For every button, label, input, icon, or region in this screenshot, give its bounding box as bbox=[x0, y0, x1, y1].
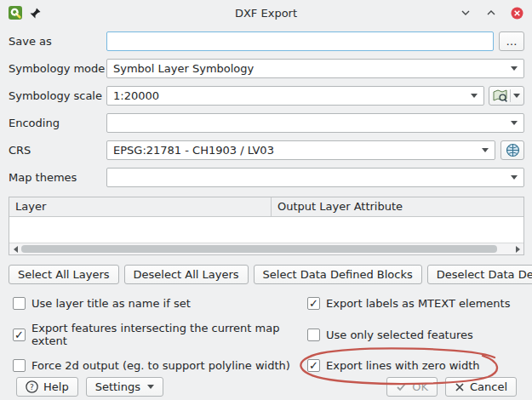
checkbox-box[interactable] bbox=[13, 359, 26, 372]
encoding-select[interactable] bbox=[106, 113, 524, 133]
checkbox-export-labels-mtext[interactable]: Export labels as MTEXT elements bbox=[307, 297, 524, 310]
map-themes-row: Map themes bbox=[9, 168, 524, 187]
symbology-mode-row: Symbology mode Symbol Layer Symbology bbox=[9, 59, 524, 78]
encoding-label: Encoding bbox=[9, 117, 106, 129]
select-data-defined-blocks-button[interactable]: Select Data Defined Blocks bbox=[254, 265, 422, 284]
map-themes-label: Map themes bbox=[9, 171, 106, 184]
settings-button[interactable]: Settings bbox=[86, 377, 163, 397]
cancel-x-icon bbox=[455, 382, 465, 392]
map-themes-select[interactable] bbox=[106, 168, 524, 187]
chevron-down-icon bbox=[511, 121, 518, 125]
checkbox-force-2d-output[interactable]: Force 2d output (eg. to support polyline… bbox=[13, 359, 307, 372]
minimize-icon[interactable] bbox=[459, 6, 472, 20]
crs-picker-button[interactable] bbox=[501, 140, 524, 160]
checkbox-box[interactable] bbox=[13, 297, 26, 310]
checkbox-export-lines-zero-width[interactable]: Export lines with zero width bbox=[307, 359, 524, 372]
checkbox-label: Export features intersecting the current… bbox=[31, 322, 307, 347]
options-grid: Use layer title as name if set Export la… bbox=[13, 297, 524, 372]
browse-button[interactable]: … bbox=[499, 31, 524, 51]
chevron-down-icon bbox=[482, 148, 489, 152]
chevron-down-icon bbox=[511, 175, 518, 180]
svg-text:?: ? bbox=[30, 383, 34, 391]
crs-label: CRS bbox=[9, 144, 106, 157]
checkbox-label: Use only selected features bbox=[326, 329, 473, 341]
select-all-layers-button[interactable]: Select All Layers bbox=[9, 265, 119, 284]
titlebar[interactable]: DXF Export bbox=[0, 0, 532, 26]
checkbox-box[interactable] bbox=[13, 329, 26, 341]
check-icon bbox=[396, 381, 407, 392]
scale-from-canvas-button[interactable] bbox=[489, 86, 524, 106]
crs-row: CRS EPSG:21781 - CH1903 / LV03 bbox=[9, 140, 524, 160]
chevron-down-icon bbox=[471, 94, 478, 98]
save-as-input[interactable] bbox=[106, 31, 494, 51]
triangle-right-icon bbox=[516, 246, 520, 253]
crs-select[interactable]: EPSG:21781 - CH1903 / LV03 bbox=[106, 140, 495, 160]
deselect-data-defined-blocks-button[interactable]: Deselect Data Defined Blocks bbox=[427, 265, 532, 284]
checkbox-use-only-selected[interactable]: Use only selected features bbox=[307, 322, 524, 347]
checkbox-label: Use layer title as name if set bbox=[31, 297, 191, 310]
dxf-export-dialog: DXF Export bbox=[0, 0, 532, 400]
maximize-icon[interactable] bbox=[484, 6, 498, 20]
symbology-mode-label: Symbology mode bbox=[9, 62, 106, 75]
qgis-logo-icon bbox=[9, 6, 22, 20]
settings-label: Settings bbox=[95, 380, 140, 393]
layers-table: Layer Output Layer Attribute bbox=[9, 197, 524, 255]
pin-icon[interactable] bbox=[28, 6, 42, 20]
divider bbox=[510, 89, 511, 102]
symbology-scale-label: Symbology scale bbox=[9, 89, 106, 102]
checkbox-label: Export labels as MTEXT elements bbox=[326, 297, 510, 310]
cancel-label: Cancel bbox=[470, 380, 507, 393]
checkbox-export-intersecting-extent[interactable]: Export features intersecting the current… bbox=[13, 322, 307, 347]
checkbox-use-layer-title[interactable]: Use layer title as name if set bbox=[13, 297, 307, 310]
horizontal-scrollbar[interactable] bbox=[9, 243, 523, 254]
encoding-row: Encoding bbox=[9, 113, 524, 133]
chevron-down-icon bbox=[511, 66, 518, 71]
triangle-left-icon bbox=[14, 246, 18, 253]
dialog-footer: ? Help Settings OK Cancel bbox=[9, 372, 524, 400]
scroll-right-button[interactable] bbox=[512, 243, 523, 254]
symbology-mode-select[interactable]: Symbol Layer Symbology bbox=[106, 59, 524, 78]
deselect-all-layers-button[interactable]: Deselect All Layers bbox=[124, 265, 249, 284]
checkbox-box[interactable] bbox=[307, 329, 320, 341]
help-label: Help bbox=[43, 380, 69, 393]
cancel-button[interactable]: Cancel bbox=[445, 377, 517, 397]
checkbox-label: Export lines with zero width bbox=[326, 359, 480, 372]
scrollbar-track[interactable] bbox=[21, 245, 512, 253]
ok-button[interactable]: OK bbox=[386, 377, 438, 397]
layer-selection-buttons: Select All Layers Deselect All Layers Se… bbox=[9, 265, 524, 284]
chevron-down-icon bbox=[147, 385, 154, 389]
close-icon[interactable] bbox=[510, 6, 523, 20]
chevron-down-icon bbox=[513, 94, 520, 98]
checkbox-label: Force 2d output (eg. to support polyline… bbox=[31, 359, 290, 372]
column-header-layer[interactable]: Layer bbox=[9, 197, 272, 216]
help-icon: ? bbox=[26, 380, 38, 393]
scrollbar-thumb[interactable] bbox=[21, 245, 497, 253]
symbology-mode-value: Symbol Layer Symbology bbox=[113, 62, 254, 75]
globe-projection-icon bbox=[506, 143, 520, 157]
save-as-row: Save as … bbox=[9, 31, 524, 51]
help-button[interactable]: ? Help bbox=[16, 377, 78, 397]
table-body[interactable] bbox=[9, 217, 523, 243]
column-header-output-attribute[interactable]: Output Layer Attribute bbox=[272, 197, 409, 216]
crs-value: EPSG:21781 - CH1903 / LV03 bbox=[113, 144, 274, 157]
save-as-label: Save as bbox=[9, 35, 106, 48]
symbology-scale-value: 1:20000 bbox=[113, 89, 159, 102]
scroll-left-button[interactable] bbox=[9, 243, 21, 254]
table-header: Layer Output Layer Attribute bbox=[9, 197, 523, 217]
ok-label: OK bbox=[412, 380, 428, 393]
symbology-scale-row: Symbology scale 1:20000 bbox=[9, 86, 524, 106]
window-title: DXF Export bbox=[0, 7, 532, 20]
checkbox-box[interactable] bbox=[307, 359, 320, 372]
symbology-scale-select[interactable]: 1:20000 bbox=[106, 86, 484, 106]
map-scale-icon bbox=[493, 89, 507, 103]
checkbox-box[interactable] bbox=[307, 297, 320, 310]
